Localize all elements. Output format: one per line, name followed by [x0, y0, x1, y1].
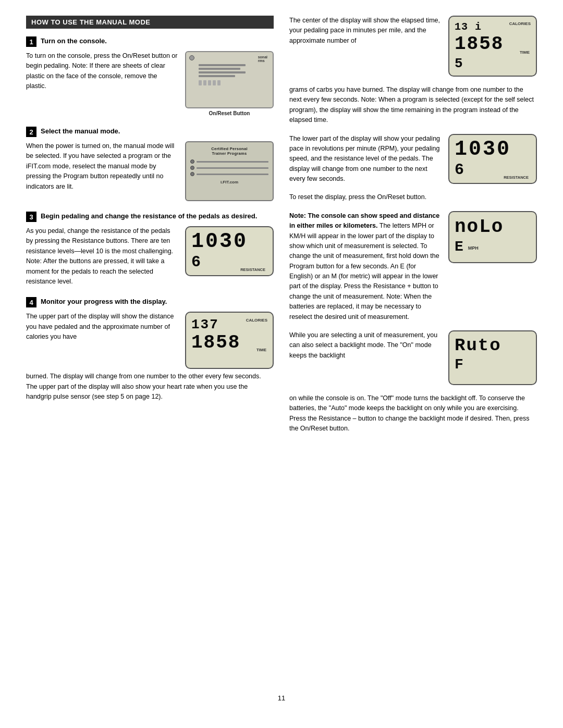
time-label: TIME	[520, 50, 530, 55]
bottom-row: 5	[455, 56, 531, 71]
page: HOW TO USE THE MANUAL MODE 1 Turn on the…	[0, 0, 563, 728]
step-3-content: As you pedal, change the resistance of t…	[26, 226, 274, 287]
lcd-top-number: 1030	[191, 231, 248, 252]
block-backlight: While you are selecting a unit of measur…	[289, 330, 537, 385]
lcd-time-row: 1858 TIME	[191, 334, 267, 352]
step-4-title-row: 4 Monitor your progress with the display…	[26, 297, 274, 307]
step-4-content: The upper part of the display will show …	[26, 312, 274, 369]
backlight-text-after: on while the console is on. The "Off" mo…	[289, 393, 537, 434]
step-1-image: sonalrms	[185, 51, 274, 116]
step-4-text-before: The upper part of the display will show …	[26, 312, 179, 342]
speed-text: Note: The console can show speed and dis…	[289, 211, 440, 322]
step-1-number: 1	[26, 36, 36, 47]
auto-top: Ruto	[455, 336, 531, 355]
lcd-time-label: TIME	[256, 348, 266, 352]
two-column-layout: HOW TO USE THE MANUAL MODE 1 Turn on the…	[26, 16, 537, 684]
backlight-text-before: While you are selecting a unit of measur…	[289, 331, 437, 359]
pace-text: The lower part of the display will show …	[289, 134, 440, 184]
calories-label: CALORIES	[509, 21, 531, 26]
lcd-ruto: Ruto	[455, 336, 501, 355]
step-3-text: As you pedal, change the resistance of t…	[26, 226, 179, 287]
speed-bottom: E MPH	[455, 239, 531, 255]
lcd-6: 6	[455, 161, 466, 179]
step-1-content: To turn on the console, press the On/Res…	[26, 51, 274, 116]
step-4-text-after: burned. The display will change from one…	[26, 372, 274, 402]
block-pedaling-pace: The lower part of the display will show …	[289, 134, 537, 184]
step-2-title-row: 2 Select the manual mode.	[26, 127, 274, 137]
step-1: 1 Turn on the console. To turn on the co…	[26, 36, 274, 116]
step-2: 2 Select the manual mode. When the power…	[26, 127, 274, 201]
onreset-label: On/Reset Button	[185, 110, 274, 116]
lcd-E: E	[455, 239, 465, 255]
top-row: 13 i CALORIES	[455, 21, 531, 33]
lcd-13i: 13 i	[455, 21, 482, 33]
speed-body-text: The letters MPH or KM/H will appear in t…	[289, 222, 439, 320]
mph-label: MPH	[468, 245, 479, 251]
personal-label: sonalrms	[258, 55, 267, 63]
lcd-bottom-num: 1858	[191, 334, 240, 352]
block-elapsed-time: The center of the display will show the …	[289, 16, 537, 77]
lcd-top-display: 1030	[191, 231, 267, 252]
block-speed-distance: Note: The console can show speed and dis…	[289, 211, 537, 322]
pace-top: 1030	[455, 139, 531, 160]
step-3-title-row: 3 Begin pedaling and change the resistan…	[26, 212, 274, 222]
pace-bottom: 6 RESISTANCE	[455, 161, 531, 179]
step-3-number: 3	[26, 212, 36, 222]
step-1-title-row: 1 Turn on the console.	[26, 36, 274, 47]
auto-bottom: F	[455, 356, 531, 373]
left-column: HOW TO USE THE MANUAL MODE 1 Turn on the…	[26, 16, 274, 684]
resistance-label: RESISTANCE	[504, 175, 529, 180]
elapsed-text-after: grams of carbs you have burned. The disp…	[289, 85, 537, 126]
right-column: The center of the display will show the …	[289, 16, 537, 684]
lcd-resistance-label: RESISTANCE	[240, 267, 265, 272]
step-4-number: 4	[26, 297, 36, 307]
step-4-title: Monitor your progress with the display.	[41, 297, 167, 306]
step-2-number: 2	[26, 127, 36, 137]
step-3: 3 Begin pedaling and change the resistan…	[26, 212, 274, 287]
backlight-text: While you are selecting a unit of measur…	[289, 330, 440, 361]
step-4-image: 137 CALORIES 1858 TIME	[185, 312, 274, 369]
block-reset: To reset the display, press the On/Reset…	[289, 192, 537, 202]
lcd-1858: 1858	[455, 33, 504, 55]
backlight-image: Ruto F	[448, 330, 537, 385]
step-3-title: Begin pedaling and change the resistance…	[41, 212, 257, 221]
lcd-1030: 1030	[455, 138, 511, 161]
step-2-title: Select the manual mode.	[41, 127, 120, 136]
step-2-content: When the power is turned on, the manual …	[26, 141, 274, 201]
lcd-noto: noLo	[455, 216, 504, 238]
step-2-text: When the power is turned on, the manual …	[26, 141, 179, 192]
lcd-5: 5	[455, 56, 464, 71]
pace-image: 1030 6 RESISTANCE	[448, 134, 537, 184]
step-4: 4 Monitor your progress with the display…	[26, 297, 274, 402]
lcd-calories-label: CALORIES	[246, 318, 267, 323]
step-3-image: 1030 6 RESISTANCE	[185, 226, 274, 276]
middle-row: 1858 TIME	[455, 33, 531, 55]
step-2-image: Certified PersonalTrainer Programs	[185, 141, 274, 201]
page-number: 11	[26, 694, 537, 702]
speed-image: noLo E MPH	[448, 211, 537, 263]
step-1-title: Turn on the console.	[41, 36, 107, 46]
elapsed-text: The center of the display will show the …	[289, 16, 440, 46]
lcd-bottom-number: 6	[191, 253, 202, 271]
lcd-F: F	[455, 356, 465, 373]
lcd-top-num: 137	[191, 317, 219, 332]
elapsed-image: 13 i CALORIES 1858 TIME 5	[448, 16, 537, 77]
step-1-text: To turn on the console, press the On/Res…	[26, 51, 179, 92]
section-header: HOW TO USE THE MANUAL MODE	[26, 16, 274, 29]
speed-top: noLo	[455, 216, 531, 238]
lcd-calories-row: 137 CALORIES	[191, 317, 267, 332]
